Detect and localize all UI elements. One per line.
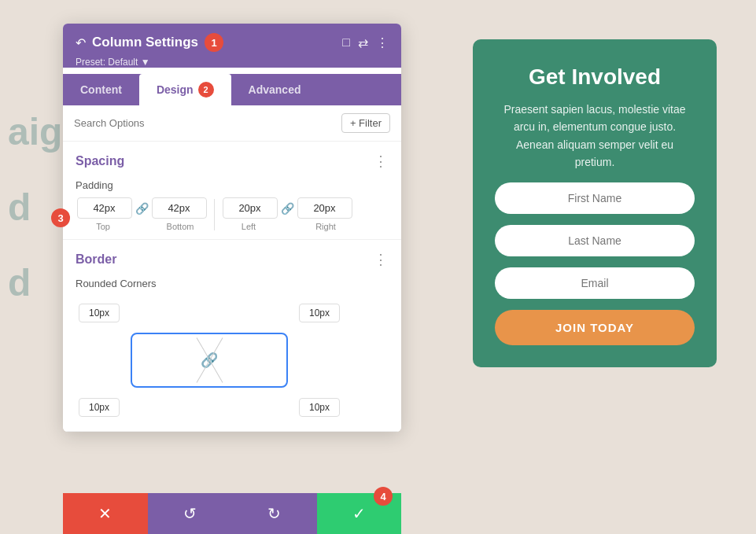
padding-bottom-label: Bottom: [153, 222, 208, 231]
right-card: Get Involved Praesent sapien lacus, mole…: [473, 39, 717, 367]
tab-design[interactable]: Design 2: [139, 74, 231, 105]
padding-left-input[interactable]: [223, 197, 278, 219]
corner-top-right-input[interactable]: [299, 304, 340, 322]
padding-right-input[interactable]: [297, 197, 352, 219]
preset-text: Preset: Default ▼: [76, 57, 389, 68]
step-badge-3: 3: [51, 208, 70, 227]
rounded-corners-label: Rounded Corners: [76, 278, 389, 289]
email-input[interactable]: [495, 267, 695, 299]
panel-title: Column Settings: [92, 35, 198, 50]
search-bar: + Filter: [63, 105, 401, 142]
step-badge-4: 4: [374, 487, 393, 506]
undo-button[interactable]: ↺: [148, 493, 233, 534]
corner-link-icon[interactable]: 🔗: [201, 352, 218, 369]
tab-content[interactable]: Content: [63, 74, 139, 105]
padding-left-label: Left: [221, 222, 276, 231]
columns-icon[interactable]: ⇄: [358, 35, 368, 50]
cancel-button[interactable]: ✕: [63, 493, 148, 534]
corner-bottom-left-input[interactable]: [79, 398, 120, 417]
panel-tabs: Content Design 2 Advanced: [63, 74, 401, 105]
padding-label: Padding: [76, 179, 389, 191]
filter-button[interactable]: + Filter: [341, 113, 390, 133]
bottom-bar: ✕ ↺ ↻ ✓: [63, 493, 401, 534]
tab-advanced[interactable]: Advanced: [231, 74, 319, 105]
padding-top-input[interactable]: [77, 197, 132, 219]
redo-button[interactable]: ↻: [232, 493, 317, 534]
search-input[interactable]: [74, 117, 231, 129]
back-arrow-icon[interactable]: ↶: [76, 35, 86, 50]
corners-grid: 🔗: [76, 297, 389, 423]
padding-right-label: Right: [298, 222, 353, 231]
border-title: Border: [76, 252, 116, 267]
join-today-button[interactable]: JOIN TODAY: [495, 310, 695, 345]
last-name-input[interactable]: [495, 225, 695, 256]
card-title: Get Involved: [529, 64, 661, 90]
expand-icon[interactable]: □: [342, 35, 350, 50]
corner-top-left-input[interactable]: [79, 304, 120, 322]
border-menu-icon[interactable]: ⋮: [374, 251, 389, 268]
tab-design-badge: 2: [198, 82, 214, 98]
padding-fields: 🔗 Top Bottom: [76, 197, 389, 231]
spacing-title: Spacing: [76, 154, 124, 168]
corner-bottom-right-input[interactable]: [299, 398, 340, 417]
padding-bottom-input[interactable]: [152, 197, 207, 219]
padding-top-label: Top: [76, 222, 131, 231]
column-settings-panel: ↶ Column Settings 1 □ ⇄ ⋮ Preset: Defaul…: [63, 24, 401, 432]
panel-header: ↶ Column Settings 1 □ ⇄ ⋮ Preset: Defaul…: [63, 24, 401, 68]
first-name-input[interactable]: [495, 182, 695, 214]
spacing-menu-icon[interactable]: ⋮: [374, 153, 389, 170]
border-section: Border ⋮ Rounded Corners 🔗: [63, 240, 401, 432]
corner-preview: 🔗: [131, 333, 288, 388]
panel-body: + Filter Spacing ⋮ Padding 🔗: [63, 105, 401, 432]
card-description: Praesent sapien lacus, molestie vitae ar…: [495, 101, 695, 171]
link-top-bottom-icon[interactable]: 🔗: [135, 202, 149, 215]
spacing-section: Spacing ⋮ Padding 🔗: [63, 142, 401, 240]
link-left-right-icon[interactable]: 🔗: [281, 202, 294, 215]
step-badge-1: 1: [205, 33, 223, 52]
more-icon[interactable]: ⋮: [376, 35, 389, 50]
